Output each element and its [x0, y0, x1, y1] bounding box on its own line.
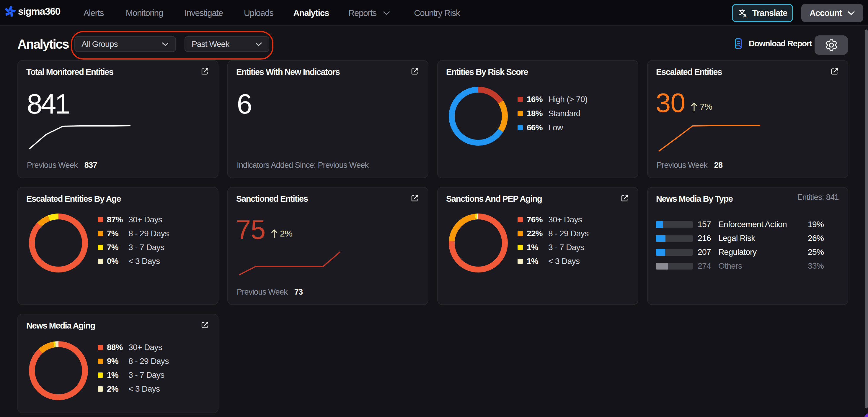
svg-text:A: A: [743, 13, 747, 18]
